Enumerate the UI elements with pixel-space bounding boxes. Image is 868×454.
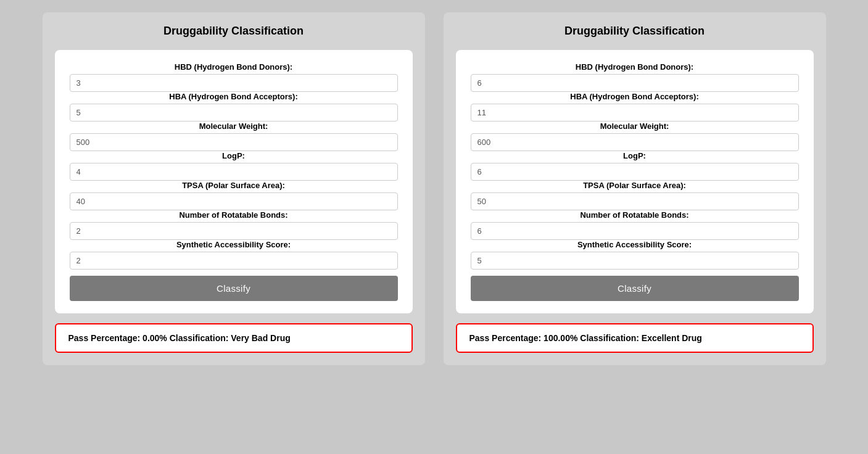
- field-label: Synthetic Accessibility Score:: [70, 240, 398, 249]
- field-group: Synthetic Accessibility Score:: [70, 240, 398, 270]
- field-label: Molecular Weight:: [70, 122, 398, 131]
- sas-input-right[interactable]: [471, 252, 799, 270]
- left-panel: Druggability Classification HBD (Hydroge…: [43, 12, 425, 365]
- hba-input-right[interactable]: [471, 104, 799, 122]
- field-group: HBA (Hydrogen Bond Acceptors):: [70, 92, 398, 122]
- field-group: Synthetic Accessibility Score:: [471, 240, 799, 270]
- right-panel: Druggability Classification HBD (Hydroge…: [444, 12, 826, 365]
- classify-button-left[interactable]: Classify: [70, 276, 398, 301]
- logp-input-left[interactable]: [70, 163, 398, 181]
- field-label: HBA (Hydrogen Bond Acceptors):: [70, 92, 398, 101]
- left-form-card: HBD (Hydrogen Bond Donors):HBA (Hydrogen…: [55, 50, 413, 313]
- field-group: HBA (Hydrogen Bond Acceptors):: [471, 92, 799, 122]
- field-label: TPSA (Polar Surface Area):: [471, 181, 799, 190]
- logp-input-right[interactable]: [471, 163, 799, 181]
- field-group: HBD (Hydrogen Bond Donors):: [471, 62, 799, 92]
- left-result-box: Pass Percentage: 0.00% Classification: V…: [55, 323, 413, 353]
- field-label: LogP:: [471, 151, 799, 160]
- field-label: Molecular Weight:: [471, 122, 799, 131]
- classify-button-right[interactable]: Classify: [471, 276, 799, 301]
- rotatable-input-right[interactable]: [471, 222, 799, 240]
- field-group: LogP:: [471, 151, 799, 181]
- field-label: Synthetic Accessibility Score:: [471, 240, 799, 249]
- field-group: LogP:: [70, 151, 398, 181]
- right-form-card: HBD (Hydrogen Bond Donors):HBA (Hydrogen…: [456, 50, 814, 313]
- mw-input-right[interactable]: [471, 133, 799, 151]
- sas-input-left[interactable]: [70, 252, 398, 270]
- field-label: HBD (Hydrogen Bond Donors):: [471, 62, 799, 72]
- left-panel-title: Druggability Classification: [55, 25, 413, 38]
- field-group: TPSA (Polar Surface Area):: [70, 181, 398, 210]
- field-group: Number of Rotatable Bonds:: [70, 210, 398, 240]
- field-group: Molecular Weight:: [471, 122, 799, 151]
- hba-input-left[interactable]: [70, 104, 398, 122]
- field-group: HBD (Hydrogen Bond Donors):: [70, 62, 398, 92]
- right-panel-title: Druggability Classification: [456, 25, 814, 38]
- rotatable-input-left[interactable]: [70, 222, 398, 240]
- field-label: Number of Rotatable Bonds:: [471, 210, 799, 220]
- tpsa-input-right[interactable]: [471, 192, 799, 210]
- tpsa-input-left[interactable]: [70, 192, 398, 210]
- field-group: Molecular Weight:: [70, 122, 398, 151]
- mw-input-left[interactable]: [70, 133, 398, 151]
- hbd-input-right[interactable]: [471, 74, 799, 92]
- hbd-input-left[interactable]: [70, 74, 398, 92]
- field-label: HBA (Hydrogen Bond Acceptors):: [471, 92, 799, 101]
- field-label: TPSA (Polar Surface Area):: [70, 181, 398, 190]
- field-label: LogP:: [70, 151, 398, 160]
- right-result-box: Pass Percentage: 100.00% Classification:…: [456, 323, 814, 353]
- field-group: Number of Rotatable Bonds:: [471, 210, 799, 240]
- field-label: HBD (Hydrogen Bond Donors):: [70, 62, 398, 72]
- field-label: Number of Rotatable Bonds:: [70, 210, 398, 220]
- field-group: TPSA (Polar Surface Area):: [471, 181, 799, 210]
